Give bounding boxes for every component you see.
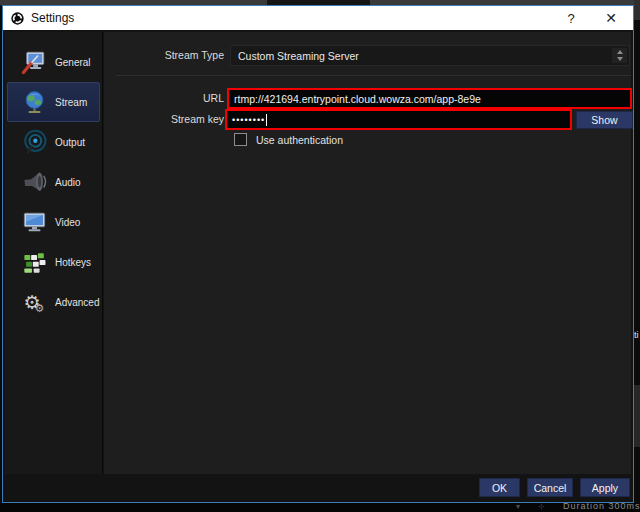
stream-type-label: Stream Type: [104, 49, 224, 61]
sidebar-item-advanced[interactable]: ⚙⚙ Advanced: [7, 282, 100, 322]
sidebar-item-audio[interactable]: Audio: [7, 162, 100, 202]
show-key-button[interactable]: Show: [576, 111, 633, 129]
help-button[interactable]: ?: [551, 6, 591, 30]
sidebar-item-video[interactable]: Video: [7, 202, 100, 242]
settings-sidebar: General: [5, 32, 103, 474]
stream-settings-panel: Stream Type Custom Streaming Server URL …: [104, 32, 631, 474]
cancel-button[interactable]: Cancel: [527, 478, 573, 497]
general-icon: [20, 48, 48, 76]
ok-button[interactable]: OK: [479, 478, 520, 497]
sidebar-item-label: General: [55, 57, 91, 68]
divider: [116, 75, 631, 76]
stream-type-select[interactable]: Custom Streaming Server: [230, 45, 630, 66]
sidebar-item-output[interactable]: Output: [7, 122, 100, 162]
titlebar[interactable]: Settings ? ✕: [3, 6, 633, 30]
hotkeys-icon: [20, 248, 48, 276]
dialog-footer: OK Cancel Apply: [479, 478, 630, 497]
stream-type-value: Custom Streaming Server: [238, 50, 359, 62]
close-button[interactable]: ✕: [591, 6, 631, 30]
stream-key-input[interactable]: ••••••••: [232, 115, 265, 125]
use-authentication-checkbox[interactable]: [234, 133, 247, 146]
sidebar-item-label: Stream: [55, 97, 87, 108]
sidebar-item-label: Audio: [55, 177, 81, 188]
stream-icon: [20, 88, 48, 116]
audio-icon: [20, 168, 48, 196]
spinner-arrows-icon[interactable]: [612, 48, 627, 63]
window-title: Settings: [31, 11, 74, 25]
video-icon: [20, 208, 48, 236]
background-window-fragment: [634, 0, 640, 20]
url-highlight-annotation: rtmp://421694.entrypoint.cloud.wowza.com…: [227, 88, 632, 109]
sidebar-item-hotkeys[interactable]: Hotkeys: [7, 242, 100, 282]
obs-logo-icon: [11, 12, 24, 25]
sidebar-item-label: Output: [55, 137, 85, 148]
use-authentication-label: Use authentication: [256, 134, 343, 146]
advanced-icon: ⚙⚙: [20, 288, 48, 316]
apply-button[interactable]: Apply: [580, 478, 630, 497]
sidebar-item-label: Advanced: [55, 297, 99, 308]
stream-key-highlight-annotation: ••••••••: [225, 109, 572, 130]
sidebar-item-general[interactable]: General: [7, 42, 100, 82]
text-caret: [266, 114, 267, 126]
sidebar-item-label: Video: [55, 217, 80, 228]
screen: iti ▾ ⊹ Duration 300ms Settings ? ✕: [0, 0, 640, 512]
sidebar-item-stream[interactable]: Stream: [7, 82, 100, 122]
sidebar-item-label: Hotkeys: [55, 257, 91, 268]
background-window-fragment: ▾ ⊹: [516, 502, 553, 511]
settings-dialog: Settings ? ✕: [2, 5, 634, 503]
stream-key-label: Stream key: [104, 113, 224, 125]
dialog-body: General: [3, 30, 633, 502]
output-icon: [20, 128, 48, 156]
url-label: URL: [104, 92, 224, 104]
background-window-fragment: [634, 385, 640, 447]
url-input[interactable]: rtmp://421694.entrypoint.cloud.wowza.com…: [234, 93, 481, 105]
